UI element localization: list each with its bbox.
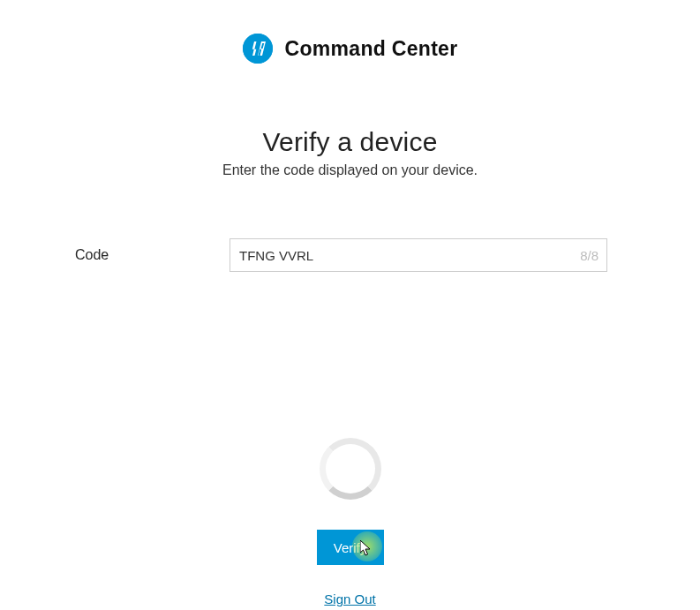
page-title: Verify a device <box>0 127 700 157</box>
svg-point-0 <box>243 34 273 64</box>
app-header: Command Center <box>0 34 700 64</box>
code-form-row: Code 8/8 <box>0 238 700 272</box>
verify-button[interactable]: Verify <box>317 530 384 565</box>
code-label: Code <box>75 247 230 263</box>
code-input-wrap: 8/8 <box>230 238 607 272</box>
loading-spinner-icon <box>320 438 381 500</box>
page-subtitle: Enter the code displayed on your device. <box>0 162 700 178</box>
sign-out-link[interactable]: Sign Out <box>324 591 375 606</box>
code-char-count: 8/8 <box>580 248 598 263</box>
app-title: Command Center <box>285 37 458 61</box>
main-content: Verify a device Enter the code displayed… <box>0 127 700 606</box>
code-input[interactable] <box>230 238 607 272</box>
hp-logo-icon <box>243 34 273 64</box>
verify-button-label: Verify <box>334 540 367 555</box>
